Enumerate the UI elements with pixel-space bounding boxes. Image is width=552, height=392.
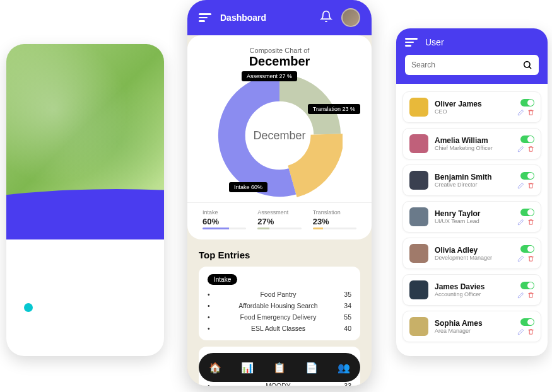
user-card[interactable]: Sophia Ames Area Manager — [402, 311, 541, 342]
family-photo — [6, 44, 164, 208]
user-card[interactable]: James Davies Accounting Officer — [402, 274, 541, 306]
delete-icon[interactable] — [527, 182, 534, 189]
menu-icon[interactable] — [199, 13, 211, 22]
active-toggle[interactable] — [520, 172, 534, 180]
delete-icon[interactable] — [527, 328, 534, 335]
active-toggle[interactable] — [520, 209, 534, 216]
user-name: Oliver James — [435, 100, 511, 108]
search-input[interactable] — [411, 61, 517, 69]
user-avatar — [409, 171, 428, 190]
entry-row: Food Pantry35 — [208, 289, 351, 300]
nav-metrics-icon[interactable]: 📊 — [238, 358, 257, 377]
edit-icon[interactable] — [517, 109, 524, 116]
entry-row: Food Emergency Delivery55 — [208, 311, 351, 323]
svg-point-3 — [524, 62, 530, 67]
user-role: UI/UX Team Lead — [435, 218, 511, 224]
legend-pct: 60% — [203, 217, 246, 226]
chart-legend: Intake 60% Assessment 27% Translation 23… — [187, 202, 372, 239]
user-list: Oliver James CEO Amelia William Chief Ma… — [396, 84, 548, 350]
edit-icon[interactable] — [517, 328, 524, 335]
dashboard-header: Dashboard — [187, 0, 372, 35]
users-screen: User Oliver James CEO Amelia William Chi… — [396, 28, 548, 356]
legend-label: Assessment — [257, 209, 301, 216]
delete-icon[interactable] — [527, 255, 534, 262]
page-title: Dashboard — [220, 13, 311, 23]
page-title: User — [425, 37, 444, 47]
legend-pct: 27% — [257, 217, 301, 226]
top-entries-title: Top Entries — [199, 250, 360, 260]
user-name: Henry Taylor — [435, 209, 511, 218]
active-toggle[interactable] — [520, 135, 534, 143]
active-toggle[interactable] — [520, 282, 534, 289]
entry-group: IntakeFood Pantry35Affordable Housing Se… — [199, 267, 360, 340]
page-dots[interactable] — [74, 337, 97, 342]
delete-icon[interactable] — [527, 146, 534, 153]
user-role: Development Manager — [435, 255, 511, 261]
user-role: Chief Marketing Officer — [435, 145, 511, 151]
user-role: Accounting Officer — [435, 291, 511, 297]
legend-pct: 23% — [313, 217, 356, 226]
user-name: James Davies — [435, 282, 511, 291]
donut-chart: December Assessment 27 % Translation 23 … — [216, 72, 343, 199]
user-card[interactable]: Amelia William Chief Marketing Officer — [402, 128, 541, 159]
delete-icon[interactable] — [527, 109, 534, 116]
user-name: Sophia Ames — [435, 319, 511, 328]
splash-screen: Community Group Family is not an importa… — [6, 44, 164, 356]
splash-content: Community Group Family is not an importa… — [6, 192, 164, 356]
edit-icon[interactable] — [517, 255, 524, 262]
user-avatar — [409, 207, 428, 226]
legend-item: Intake 60% — [203, 209, 246, 229]
donut-center-label: December — [216, 72, 343, 199]
delete-icon[interactable] — [527, 219, 534, 226]
bottom-nav: 🏠 📊 📋 📄 👥 — [199, 353, 360, 382]
legend-label: Translation — [313, 209, 356, 216]
user-role: Area Manager — [435, 328, 511, 334]
active-toggle[interactable] — [520, 245, 534, 253]
legend-item: Assessment 27% — [257, 209, 301, 229]
nav-doc-icon[interactable]: 📄 — [302, 358, 321, 377]
menu-icon[interactable] — [405, 38, 418, 47]
entry-row: Affordable Housing Search34 — [208, 300, 351, 311]
avatar[interactable] — [341, 8, 360, 27]
search-icon[interactable] — [522, 60, 532, 70]
entry-row: ESL Adult Classes40 — [208, 323, 351, 334]
badge-translation: Translation 23 % — [308, 104, 360, 114]
edit-icon[interactable] — [517, 182, 524, 189]
edit-icon[interactable] — [517, 146, 524, 153]
group-pill: Intake — [208, 274, 237, 285]
dashboard-screen: Dashboard Composite Chart of December De… — [187, 0, 372, 386]
active-toggle[interactable] — [520, 318, 534, 326]
user-avatar — [409, 98, 428, 117]
user-role: Creative Director — [435, 182, 511, 188]
tagline: Family is not an important thing, it's e… — [32, 282, 139, 305]
search-box[interactable] — [405, 55, 539, 75]
nav-users-icon[interactable]: 👥 — [334, 358, 353, 377]
active-toggle[interactable] — [520, 99, 534, 107]
user-avatar — [409, 317, 428, 336]
bell-icon[interactable] — [320, 10, 332, 25]
edit-icon[interactable] — [517, 292, 524, 299]
user-name: Olivia Adley — [435, 246, 511, 255]
user-avatar — [409, 280, 428, 299]
legend-label: Intake — [203, 209, 246, 216]
user-card[interactable]: Oliver James CEO — [402, 91, 541, 123]
chart-subtitle: Composite Chart of — [187, 47, 372, 54]
user-avatar — [409, 244, 428, 263]
nav-notes-icon[interactable]: 📋 — [270, 358, 289, 377]
badge-intake: Intake 60% — [229, 182, 267, 192]
user-card[interactable]: Henry Taylor UI/UX Team Lead — [402, 201, 541, 233]
user-card[interactable]: Olivia Adley Development Manager — [402, 238, 541, 269]
logo-text: Community — [44, 243, 127, 260]
chart-title: December — [187, 54, 372, 69]
delete-icon[interactable] — [527, 292, 534, 299]
badge-assessment: Assessment 27 % — [242, 71, 297, 81]
user-avatar — [409, 134, 428, 153]
edit-icon[interactable] — [517, 219, 524, 226]
user-name: Benjamin Smith — [435, 173, 511, 182]
user-card[interactable]: Benjamin Smith Creative Director — [402, 164, 541, 196]
user-name: Amelia William — [435, 136, 511, 145]
user-role: CEO — [435, 108, 511, 115]
legend-item: Translation 23% — [313, 209, 356, 229]
nav-home-icon[interactable]: 🏠 — [206, 358, 225, 377]
